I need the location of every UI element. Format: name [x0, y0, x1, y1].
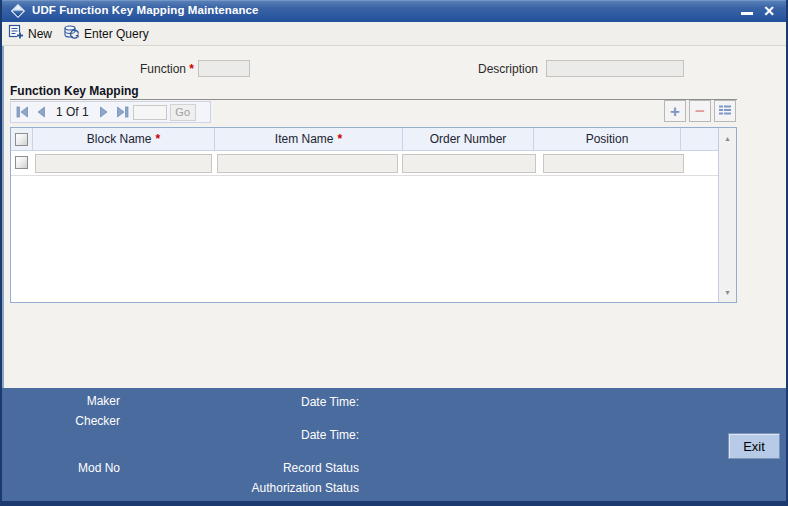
- plus-icon: +: [670, 103, 680, 120]
- maker-date-time-label: Date Time:: [152, 395, 359, 409]
- delete-row-button[interactable]: −: [689, 100, 711, 122]
- title-bar: UDF Function Key Mapping Maintenance ✕: [2, 0, 786, 22]
- record-status-label: Record Status: [152, 461, 359, 475]
- window-title: UDF Function Key Mapping Maintenance: [32, 4, 259, 16]
- udf-function-key-mapping-window: UDF Function Key Mapping Maintenance ✕ N…: [0, 0, 788, 506]
- checker-label: Checker: [2, 414, 120, 428]
- table-body: [11, 151, 718, 302]
- maker-label: Maker: [2, 394, 120, 408]
- single-view-button[interactable]: [714, 100, 736, 122]
- description-input[interactable]: [546, 60, 684, 77]
- vertical-scrollbar[interactable]: ▲ ▼: [718, 128, 736, 302]
- block-name-input[interactable]: [35, 154, 212, 173]
- authorization-status-label: Authorization Status: [152, 481, 359, 495]
- column-header-item-name: Item Name*: [215, 128, 403, 150]
- section-divider: [10, 99, 737, 100]
- item-name-input[interactable]: [217, 154, 398, 173]
- column-header-order-number: Order Number: [403, 128, 534, 150]
- exit-button[interactable]: Exit: [728, 433, 780, 459]
- app-diamond-icon: [11, 4, 25, 18]
- new-button-label: New: [28, 27, 52, 41]
- function-key-mapping-table: Block Name* Item Name* Order Number Posi…: [10, 127, 737, 303]
- column-header-position: Position: [534, 128, 681, 150]
- order-number-input[interactable]: [402, 154, 536, 173]
- header-checkbox-cell: [11, 128, 33, 150]
- function-input[interactable]: [198, 60, 250, 77]
- toolbar: New Enter Query: [2, 22, 786, 46]
- new-button[interactable]: New: [6, 22, 61, 45]
- checker-date-time-label: Date Time:: [152, 428, 359, 442]
- next-page-icon[interactable]: [97, 105, 112, 119]
- table-row: [11, 151, 718, 176]
- minimize-button[interactable]: [741, 12, 753, 15]
- required-asterisk: *: [338, 132, 343, 146]
- function-label: Function *: [2, 62, 194, 76]
- grid-action-buttons: + −: [664, 100, 736, 122]
- go-button[interactable]: Go: [170, 104, 196, 121]
- database-query-icon: [63, 24, 80, 43]
- add-row-button[interactable]: +: [664, 100, 686, 122]
- footer-panel: Maker Checker Mod No Date Time: Date Tim…: [2, 388, 786, 501]
- scroll-up-icon[interactable]: ▲: [719, 130, 736, 146]
- first-page-icon[interactable]: [15, 105, 30, 119]
- previous-page-icon[interactable]: [33, 105, 48, 119]
- description-label: Description: [352, 62, 538, 76]
- table-header-row: Block Name* Item Name* Order Number Posi…: [11, 128, 718, 151]
- select-all-checkbox[interactable]: [15, 133, 28, 146]
- section-title: Function Key Mapping: [10, 84, 139, 98]
- column-header-block-name: Block Name*: [33, 128, 215, 150]
- new-document-icon: [8, 24, 24, 43]
- mod-no-label: Mod No: [2, 461, 120, 475]
- row-checkbox[interactable]: [15, 156, 28, 169]
- close-button[interactable]: ✕: [763, 2, 775, 20]
- scroll-down-icon[interactable]: ▼: [719, 284, 736, 300]
- enter-query-button[interactable]: Enter Query: [61, 22, 158, 45]
- last-page-icon[interactable]: [115, 105, 130, 119]
- header-filler-cell: [681, 128, 718, 150]
- position-input[interactable]: [543, 154, 684, 173]
- required-asterisk: *: [189, 62, 194, 76]
- minus-icon: −: [695, 103, 705, 120]
- page-indicator: 1 Of 1: [51, 105, 94, 119]
- enter-query-button-label: Enter Query: [84, 27, 149, 41]
- pagination-bar: 1 Of 1 Go: [10, 101, 211, 123]
- required-asterisk: *: [156, 132, 161, 146]
- details-grid-icon: [718, 102, 732, 120]
- page-number-input[interactable]: [133, 105, 167, 120]
